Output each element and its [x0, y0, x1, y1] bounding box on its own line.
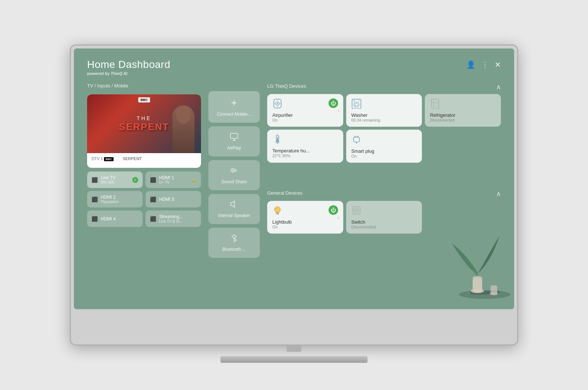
svg-rect-3: [473, 278, 482, 293]
general-section-label: General Devices: [267, 190, 302, 196]
hdmi1-lock-icon: 🔒: [191, 177, 197, 183]
svg-rect-30: [276, 213, 279, 214]
temperature-status: 22℃ 80%: [272, 154, 338, 158]
hdmi4-label: HDMI 4: [101, 216, 116, 221]
tv-stand-foot: [220, 356, 368, 363]
svg-rect-19: [431, 99, 439, 109]
tv-preview-card[interactable]: BBC THE SERPENT DTV: [87, 94, 201, 168]
input-hdmi4[interactable]: ⬛ HDMI 4: [87, 210, 143, 227]
device-switch[interactable]: Switch Disconnected: [346, 201, 422, 234]
profile-button[interactable]: 👤: [466, 60, 476, 69]
bluetooth-label: Bluetooth ...: [222, 247, 246, 252]
svg-point-15: [354, 102, 359, 107]
internal-speaker-label: Internal Speaker: [218, 213, 250, 218]
smartplug-icon: [351, 134, 362, 146]
airpurifier-status: On: [272, 118, 338, 122]
internal-speaker-card[interactable]: Internal Speaker: [208, 194, 260, 224]
svg-point-13: [277, 103, 278, 104]
airplay-icon: [230, 132, 239, 142]
thinq-collapse-button[interactable]: ∧: [496, 83, 501, 91]
thinq-section-label: LG ThinQ Devices: [267, 83, 306, 89]
svg-point-9: [232, 170, 234, 171]
hdmi2-label: HDMI 2: [101, 195, 119, 200]
lightbulb-name: Lightbulb: [272, 219, 338, 225]
temperature-name: Temperature hu...: [272, 148, 338, 154]
device-smartplug[interactable]: Smart plug On: [346, 130, 422, 163]
device-washer[interactable]: Washer 00:34 remaining: [346, 94, 422, 127]
input-live-tv[interactable]: ⬛ Live TV 000-000 ✓: [87, 171, 143, 188]
left-panel: TV / Inputs / Mobile BBC THE SERPENT: [87, 83, 201, 297]
airpurifier-power-button[interactable]: ⏻: [329, 98, 338, 108]
input-hdmi3[interactable]: ⬛ HDMI 3: [146, 191, 201, 207]
live-tv-sublabel: 000-000: [101, 180, 115, 184]
lightbulb-icon: [272, 205, 283, 217]
header-controls: 👤 ⋮ ✕: [466, 60, 501, 69]
input-hdmi1[interactable]: ⬛ HDMI 1 U+ TV 🔒: [146, 171, 201, 188]
content-area: TV / Inputs / Mobile BBC THE SERPENT: [87, 83, 501, 297]
smartplug-status: On: [351, 154, 417, 158]
washer-name: Washer: [351, 112, 417, 118]
show-name: SERPENT: [119, 121, 169, 133]
hdmi3-icon: ⬛: [150, 196, 156, 202]
svg-rect-26: [354, 137, 359, 142]
internal-speaker-icon: [230, 200, 239, 210]
thinq-devices-grid: ⏻ Airpurifier On ›: [267, 94, 501, 163]
header: Home Dashboard powered by ThinQ AI 👤 ⋮ ✕: [87, 59, 501, 76]
device-refrigerator[interactable]: Refrigerator Disconnected: [425, 94, 501, 127]
temperature-icon: [272, 134, 283, 146]
tv-stand: [220, 344, 368, 363]
bbc-badge: BBC: [138, 97, 150, 102]
device-lightbulb[interactable]: ⏻ Lightbulb On ›: [267, 201, 343, 234]
general-collapse-button[interactable]: ∧: [496, 190, 501, 198]
svg-point-18: [358, 100, 359, 101]
hdmi2-icon: ⬛: [92, 196, 98, 202]
dashboard: Home Dashboard powered by ThinQ AI 👤 ⋮ ✕…: [74, 48, 514, 309]
sound-share-card[interactable]: Sound Share: [208, 160, 260, 190]
connect-mobile-card[interactable]: + Connect Mobile...: [208, 91, 260, 123]
airpurifier-name: Airpurifier: [272, 112, 338, 118]
header-subtitle: powered by ThinQ AI: [87, 71, 170, 76]
lightbulb-chevron: ›: [338, 214, 340, 220]
device-temperature[interactable]: Temperature hu... 22℃ 80%: [267, 130, 343, 163]
airpurifier-chevron: ›: [338, 108, 340, 113]
hdmi2-sublabel: Playstation: [101, 200, 119, 204]
bluetooth-card[interactable]: Bluetooth ...: [208, 228, 260, 258]
airplay-card[interactable]: AirPlay: [208, 126, 260, 156]
sound-share-label: Sound Share: [221, 179, 247, 184]
more-options-button[interactable]: ⋮: [481, 60, 489, 69]
switch-name: Switch: [351, 219, 417, 225]
lightbulb-status: On: [272, 225, 338, 229]
streaming-icon: ⬛: [150, 216, 156, 222]
washer-icon: [351, 98, 362, 110]
close-button[interactable]: ✕: [495, 60, 501, 69]
page-title: Home Dashboard: [87, 59, 170, 71]
input-hdmi2[interactable]: ⬛ HDMI 2 Playstation: [87, 191, 143, 207]
svg-rect-33: [354, 209, 356, 212]
streaming-label: Streaming...: [159, 214, 183, 219]
subtitle-brand: ThinQ AI: [111, 71, 127, 76]
lightbulb-power-button[interactable]: ⏻: [329, 205, 338, 215]
svg-rect-17: [353, 100, 355, 101]
streaming-sublabel: Live TV & St...: [159, 219, 183, 223]
smartplug-name: Smart plug: [351, 148, 417, 154]
svg-rect-7: [230, 133, 238, 138]
svg-rect-6: [491, 285, 497, 295]
connect-mobile-icon: +: [231, 97, 237, 109]
connect-mobile-label: Connect Mobile...: [217, 112, 251, 117]
svg-rect-34: [357, 209, 359, 212]
input-grid: ⬛ Live TV 000-000 ✓ ⬛ HDMI 1 U+ TV: [87, 171, 201, 227]
svg-point-4: [473, 276, 482, 280]
device-airpurifier[interactable]: ⏻ Airpurifier On ›: [267, 94, 343, 127]
show-label: SERPENT: [123, 156, 142, 161]
svg-marker-10: [231, 201, 234, 207]
thinq-section-header: LG ThinQ Devices ∧: [267, 83, 501, 91]
input-streaming[interactable]: ⬛ Streaming... Live TV & St...: [146, 210, 201, 227]
sound-share-icon: [230, 166, 239, 176]
decorative-scene: [441, 206, 514, 309]
tv-screen: Home Dashboard powered by ThinQ AI 👤 ⋮ ✕…: [74, 48, 514, 309]
thinq-section: LG ThinQ Devices ∧: [267, 83, 501, 190]
live-tv-check: ✓: [132, 177, 138, 183]
live-tv-label: Live TV: [101, 175, 115, 180]
subtitle-prefix: powered by: [87, 71, 111, 76]
refrigerator-icon: [430, 98, 440, 110]
